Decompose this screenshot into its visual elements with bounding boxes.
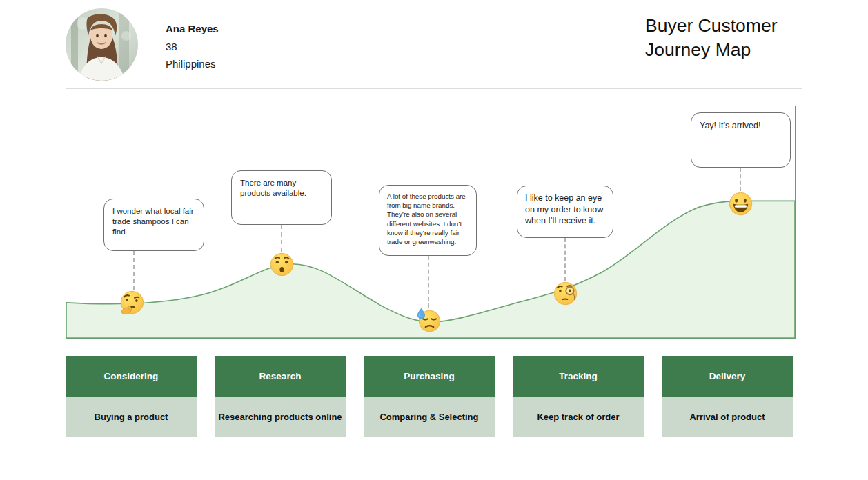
journey-chart: I wonder what local fair trade shampoos … [66,106,796,339]
stage-header[interactable]: Considering [66,356,197,397]
profile-age: 38 [166,38,219,56]
face-with-monocle-emoji[interactable] [553,281,578,306]
speech-bubble-delivery[interactable]: Yay! It’s arrived! [691,112,791,168]
speech-bubble-tracking[interactable]: I like to keep an eye on my order to kno… [517,186,613,238]
profile-photo-illustration [66,8,138,81]
profile-photo [66,8,138,81]
grinning-face-emoji[interactable] [728,191,753,217]
stage-description[interactable]: Comparing & Selecting [364,397,495,437]
hushed-face-emoji[interactable] [269,252,295,277]
downcast-face-with-sweat-emoji[interactable] [416,308,442,333]
thinking-face-emoji[interactable] [119,290,145,315]
profile-location: Philippines [166,55,219,73]
stage-description[interactable]: Arrival of product [662,397,793,437]
bubble-connector [740,168,741,191]
stage-card-tracking: Tracking Keep track of order [513,356,644,437]
stage-card-delivery: Delivery Arrival of product [662,356,793,437]
stage-description[interactable]: Keep track of order [513,397,644,437]
page-title: Buyer Customer Journey Map [645,14,777,62]
bubble-connector [133,251,135,290]
bubble-connector [564,238,566,281]
stage-card-purchasing: Purchasing Comparing & Selecting [364,356,495,437]
stage-header[interactable]: Tracking [513,356,644,397]
stage-card-research: Research Researching products online [215,356,346,437]
speech-bubble-considering[interactable]: I wonder what local fair trade shampoos … [103,199,204,251]
stage-cards: Considering Buying a product Research Re… [66,356,793,437]
stage-header[interactable]: Purchasing [364,356,495,397]
profile-info: Ana Reyes 38 Philippines [166,20,219,73]
speech-bubble-purchasing[interactable]: A lot of these products are from big nam… [379,185,477,256]
speech-bubble-research[interactable]: There are many products available. [231,170,332,225]
stage-description[interactable]: Buying a product [66,397,197,437]
stage-card-considering: Considering Buying a product [66,356,197,437]
bubble-connector [281,225,282,252]
header-divider [66,88,802,89]
stage-header[interactable]: Research [215,356,346,397]
profile-name: Ana Reyes [166,20,219,38]
bubble-connector [428,256,429,308]
stage-header[interactable]: Delivery [662,356,793,397]
stage-description[interactable]: Researching products online [215,397,346,437]
